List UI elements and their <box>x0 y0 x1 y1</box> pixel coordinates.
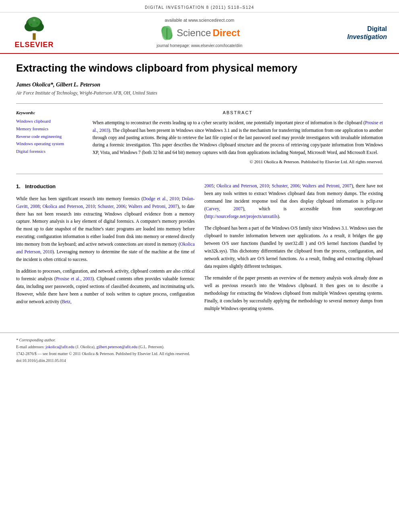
intro-para-1: While there has been significant researc… <box>16 195 195 264</box>
ref-okolica-r[interactable]: Okolica and Peterson, 2010 <box>216 183 269 188</box>
svg-point-6 <box>36 22 38 24</box>
affiliation: Air Force Institute of Technology, Wrigh… <box>16 90 383 95</box>
email-line: E-mail addresses: jokolica@afit.edu (J. … <box>16 344 383 350</box>
ref-schuster-r[interactable]: Schuster, 2006 <box>272 183 300 188</box>
center-header: available at www.sciencedirect.com Scien… <box>56 18 343 48</box>
keyword-3[interactable]: Reverse code engineering <box>16 133 80 140</box>
ref-carvey[interactable]: Carvey, 2007 <box>206 206 243 211</box>
two-column-body: 1. Introduction While there has been sig… <box>16 182 383 316</box>
ref-walters[interactable]: Walters and Petroni, 2007 <box>128 204 177 209</box>
ref-okolica-2010[interactable]: Okolica and Peterson, 2010 <box>43 204 95 209</box>
keywords-abstract-section: Keywords: Windows clipboard Memory foren… <box>16 110 383 164</box>
doi-line-1: 1742-2876/$ — see front matter © 2011 Ok… <box>16 351 383 357</box>
divider-2 <box>16 174 383 174</box>
abstract-column: ABSTRACT When attempting to reconstruct … <box>93 110 383 164</box>
keyword-1[interactable]: Windows clipboard <box>16 117 80 125</box>
top-bar: Digital Investigation 8 (2011) S118–S124 <box>0 0 399 12</box>
keywords-label: Keywords: <box>16 110 80 115</box>
journal-reference: Digital Investigation 8 (2011) S118–S124 <box>145 5 254 10</box>
article-title: Extracting the windows clipboard from ph… <box>16 62 383 74</box>
email-gilbert[interactable]: gilbert.peterson@afit.edu <box>97 345 138 349</box>
doi-line-2: doi:10.1016/j.diin.2011.05.014 <box>16 357 383 364</box>
sciencedirect-leaf-icon <box>159 25 175 41</box>
sciencedirect-logo: ScienceDirect <box>64 25 335 41</box>
abstract-ref-prosise[interactable]: Prosise et al., 2003 <box>93 120 383 132</box>
right-para-2: The clipboard has been a part of the Win… <box>204 224 383 270</box>
abstract-label: ABSTRACT <box>93 110 383 115</box>
footer: * Corresponding author. E-mail addresses… <box>0 333 399 371</box>
authors: James Okolica*, Gilbert L. Peterson <box>16 82 383 88</box>
ref-okolica-2010b[interactable]: Okolica and Peterson, 2010 <box>16 242 195 254</box>
elsevier-tree-icon <box>18 16 50 41</box>
ref-betz[interactable]: Betz, <box>62 299 72 304</box>
intro-para-2: In addition to processes, configuration,… <box>16 267 195 306</box>
available-text: available at www.sciencedirect.com <box>64 18 335 23</box>
email-jokolica[interactable]: jokolica@afit.edu <box>45 345 74 349</box>
elsevier-logo: ELSEVIER <box>12 16 56 49</box>
keyword-4[interactable]: Windows operating system <box>16 140 80 148</box>
article-body: Extracting the windows clipboard from ph… <box>0 54 399 329</box>
ref-2005[interactable]: 2005 <box>204 183 214 188</box>
ref-dodge[interactable]: Dodge et al., 2010 <box>143 196 179 201</box>
copyright-line: © 2011 Okolica & Peterson. Published by … <box>93 159 383 164</box>
section-1-number: 1. <box>16 183 21 189</box>
digital-investigation-text: Digital Investigation <box>343 25 387 40</box>
section-1-title: Introduction <box>25 183 56 189</box>
section-1-heading: 1. Introduction <box>16 182 195 191</box>
ref-schuster[interactable]: Schuster, 2006 <box>98 204 125 209</box>
svg-point-7 <box>33 19 35 21</box>
keywords-column: Keywords: Windows clipboard Memory foren… <box>16 110 80 164</box>
svg-rect-0 <box>33 33 35 40</box>
digital-investigation-logo: Digital Investigation <box>343 25 387 40</box>
left-column: 1. Introduction While there has been sig… <box>16 182 195 316</box>
divider-1 <box>16 103 383 104</box>
right-para-3: The remainder of the paper presents an o… <box>204 274 383 312</box>
ref-prosise-2[interactable]: Prosise et al., 2003 <box>56 276 93 281</box>
header-logos: ELSEVIER available at www.sciencedirect.… <box>0 12 399 54</box>
keyword-2[interactable]: Memory forensics <box>16 125 80 133</box>
ref-walters-r[interactable]: Walters and Petroni, 2007 <box>302 183 352 188</box>
journal-homepage-text: journal homepage: www.elsevier.com/locat… <box>64 43 335 48</box>
svg-point-4 <box>28 17 40 27</box>
page-wrapper: Digital Investigation 8 (2011) S118–S124… <box>0 0 399 371</box>
ref-sourceforge[interactable]: http://sourceforge.net/projects/unxutils <box>206 214 278 219</box>
right-column: 2005; Okolica and Peterson, 2010; Schust… <box>204 182 383 316</box>
svg-point-5 <box>30 24 33 26</box>
corresponding-author-note: * Corresponding author. <box>16 337 383 343</box>
keyword-5[interactable]: Digital forensics <box>16 148 80 155</box>
right-para-1: 2005; Okolica and Peterson, 2010; Schust… <box>204 182 383 220</box>
elsevier-brand-text: ELSEVIER <box>14 41 53 49</box>
abstract-text: When attempting to reconstruct the event… <box>93 119 383 156</box>
